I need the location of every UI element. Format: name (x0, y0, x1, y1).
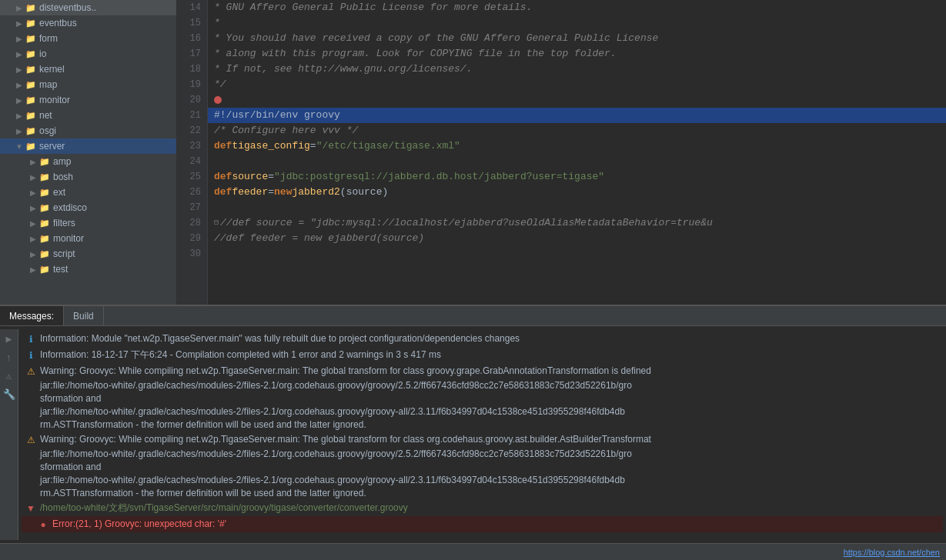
status-link[interactable]: https://blog.csdn.net/chen (844, 548, 940, 557)
code-text: * You should have received a copy of the… (214, 31, 658, 46)
sidebar-item-monitor[interactable]: ▶📁monitor (0, 231, 176, 246)
sidebar-item-bosh[interactable]: ▶📁bosh (0, 169, 176, 185)
sidebar-item-eventbus[interactable]: ▶📁eventbus (0, 15, 176, 31)
folder-icon: 📁 (25, 2, 37, 14)
msg-text: Error:(21, 1) Groovyc: unexpected char: … (52, 518, 940, 530)
sidebar-item-map[interactable]: ▶📁map (0, 77, 176, 92)
fold-arrow-icon: ⊟ (214, 215, 219, 231)
code-line-22: /* Configure here vvv */ (208, 123, 946, 138)
msg-item-info[interactable]: ℹInformation: Module "net.w2p.TigaseServ… (22, 331, 943, 347)
tree-label: ext (53, 187, 65, 198)
tree-label: eventbus (39, 18, 77, 28)
folder-icon: 📁 (25, 109, 37, 122)
line-number: 29 (183, 231, 201, 246)
line-number: 18 (183, 62, 201, 77)
msg-error[interactable]: ●Error:(21, 1) Groovyc: unexpected char:… (22, 516, 943, 532)
sidebar-item-kernel[interactable]: ▶📁kernel (0, 62, 176, 77)
code-text: * (214, 15, 220, 31)
tree-label: amp (53, 156, 71, 167)
bottom-tab-messages[interactable]: Messages: (0, 306, 64, 325)
tree-arrow-icon: ▶ (14, 64, 25, 75)
code-line-24 (208, 154, 946, 169)
sidebar-item-osgi[interactable]: ▶📁osgi (0, 123, 176, 138)
code-line-28: ⊟//def source = "jdbc:mysql://localhost/… (208, 215, 946, 231)
tree-label: osgi (39, 125, 56, 136)
operator: = (310, 138, 316, 154)
tree-label: monitor (53, 233, 84, 244)
msg-error-folder[interactable]: ▼/home/too-white/文档/svn/TigaseServer/src… (22, 500, 943, 516)
operator: = (268, 169, 274, 185)
sidebar-item-form[interactable]: ▶📁form (0, 31, 176, 46)
msg-item-warn[interactable]: ⚠Warning: Groovyc: While compiling net.w… (22, 432, 943, 448)
args: (source) (340, 185, 388, 200)
msg-subtext: jar:file:/home/too-white/.gradle/caches/… (22, 405, 943, 418)
line-number: 20 (183, 92, 201, 108)
line-number: 26 (183, 185, 201, 200)
folder-icon: 📁 (25, 32, 37, 45)
line-number: 21 (183, 108, 201, 123)
tree-label: filters (53, 218, 75, 228)
sidebar-item-io[interactable]: ▶📁io (0, 46, 176, 62)
warn-icon: ⚠ (25, 365, 37, 378)
code-line-26: def feeder = new jabberd2(source) (208, 185, 946, 200)
code-line-19: */ (208, 77, 946, 92)
tree-label: test (53, 264, 68, 275)
bottom-tab-build[interactable]: Build (64, 306, 104, 325)
var-name: feeder (232, 185, 268, 200)
code-line-30 (208, 246, 946, 262)
code-text: */ (214, 77, 226, 92)
tree-arrow-icon: ▶ (14, 48, 25, 59)
msg-subtext: sformation and (22, 392, 943, 405)
tree-arrow-icon: ▶ (28, 202, 38, 213)
up-icon[interactable]: ↑ (2, 351, 16, 365)
tree-arrow-icon: ▶ (14, 95, 25, 105)
warn-icon[interactable]: ⚠ (2, 369, 16, 383)
sidebar-item-disteventbus[interactable]: ▶📁disteventbus.. (0, 0, 176, 15)
sidebar-item-monitor[interactable]: ▶📁monitor (0, 92, 176, 108)
info-icon: ℹ (25, 333, 37, 345)
msg-item-warn[interactable]: ⚠Warning: Groovyc: While compiling net.w… (22, 363, 943, 379)
sidebar-item-filters[interactable]: ▶📁filters (0, 215, 176, 231)
folder-icon: 📁 (25, 63, 37, 75)
play-icon[interactable]: ▶ (2, 332, 16, 346)
folder-icon: 📁 (25, 17, 37, 29)
sidebar-item-test[interactable]: ▶📁test (0, 262, 176, 277)
folder-icon: 📁 (38, 202, 51, 214)
code-line-14: * GNU Affero General Public License for … (208, 0, 946, 15)
line-number: 15 (183, 15, 201, 31)
sidebar: ▶📁disteventbus..▶📁eventbus▶📁form▶📁io▶📁ke… (0, 0, 177, 305)
var-name: tigase_config (232, 138, 309, 154)
tree-arrow-icon: ▶ (28, 264, 38, 275)
msg-text: Warning: Groovyc: While compiling net.w2… (40, 433, 940, 445)
code-line-20 (208, 92, 946, 108)
wrench-icon[interactable]: 🔧 (2, 388, 16, 402)
operator: = (268, 185, 274, 200)
code-line-23: def tigase_config = "/etc/tigase/tigase.… (208, 138, 946, 154)
sidebar-item-server[interactable]: ▼📁server (0, 138, 176, 154)
folder-icon: 📁 (38, 186, 51, 198)
keyword: def (214, 169, 232, 185)
sidebar-item-extdisco[interactable]: ▶📁extdisco (0, 200, 176, 215)
sidebar-item-script[interactable]: ▶📁script (0, 246, 176, 262)
sidebar-item-amp[interactable]: ▶📁amp (0, 154, 176, 169)
code-text: /* Configure here vvv */ (214, 123, 358, 138)
msg-subtext: sformation and (22, 461, 943, 474)
line-number: 24 (183, 154, 201, 169)
folder-expand-icon: ▼ (25, 502, 37, 515)
line-number: 28 (183, 215, 201, 231)
tree-label: form (39, 33, 58, 44)
msg-item-info[interactable]: ℹInformation: 18-12-17 下午6:24 - Compilat… (22, 347, 943, 363)
code-text: #!/usr/bin/env groovy (214, 108, 340, 123)
msg-subtext: jar:file:/home/too-white/.gradle/caches/… (22, 448, 943, 461)
new-keyword: new (274, 185, 292, 200)
sidebar-item-net[interactable]: ▶📁net (0, 108, 176, 123)
sidebar-item-ext[interactable]: ▶📁ext (0, 185, 176, 200)
tree-label: io (39, 48, 46, 59)
code-line-17: * along with this program. Look for COPY… (208, 46, 946, 62)
code-content[interactable]: * GNU Affero General Public License for … (208, 0, 946, 305)
tree-arrow-icon: ▶ (14, 79, 25, 90)
msg-text: Warning: Groovyc: While compiling net.w2… (40, 365, 940, 377)
code-line-16: * You should have received a copy of the… (208, 31, 946, 46)
line-number: 30 (183, 246, 201, 262)
tree-arrow-icon: ▶ (28, 218, 38, 228)
